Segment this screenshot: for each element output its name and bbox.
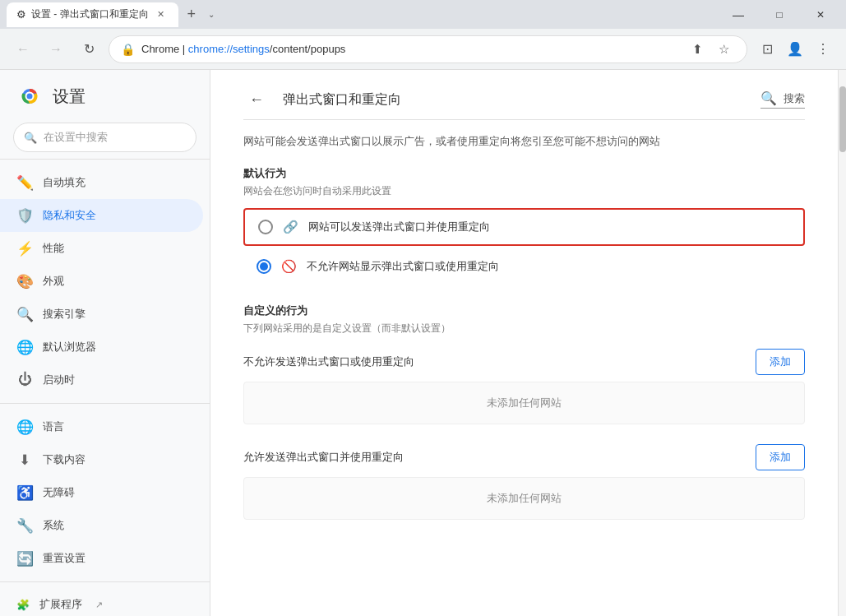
allow-popups-radio[interactable] [258, 220, 273, 234]
sidebar-label-downloads: 下载内容 [43, 452, 86, 467]
tab-title: 设置 - 弹出式窗口和重定向 [31, 7, 149, 21]
url-path: /content/popups [270, 43, 346, 55]
url-prefix: Chrome | [141, 43, 188, 55]
minimize-button[interactable]: — [719, 0, 757, 29]
sidebar-item-default-browser[interactable]: 🌐 默认浏览器 [0, 331, 203, 364]
content-inner: ← 弹出式窗口和重定向 🔍 搜索 网站可能会发送弹出式窗口以展示广告，或者使用重… [210, 70, 838, 556]
page-search-icon: 🔍 [760, 90, 777, 106]
allow-popups-label: 网站可以发送弹出式窗口并使用重定向 [308, 220, 490, 234]
sidebar-item-search[interactable]: 🔍 搜索引擎 [0, 298, 203, 331]
profile-button[interactable]: 👤 [782, 36, 808, 63]
sidebar-label-autofill: 自动填充 [43, 175, 86, 190]
extensions-icon: 🧩 [16, 599, 30, 611]
allow-section-header: 允许发送弹出式窗口并使用重定向 添加 [243, 444, 805, 470]
split-tab-button[interactable]: ⊡ [754, 36, 780, 63]
block-popups-option[interactable]: 🚫 不允许网站显示弹出式窗口或使用重定向 [243, 249, 805, 284]
titlebar: ⚙ 设置 - 弹出式窗口和重定向 ✕ + ⌄ — □ ✕ [0, 0, 846, 29]
tab-strip-chevron[interactable]: ⌄ [203, 0, 220, 29]
sidebar-item-autofill[interactable]: ✏️ 自动填充 [0, 166, 203, 199]
system-icon: 🔧 [16, 517, 33, 534]
sidebar-label-appearance: 外观 [43, 274, 64, 289]
scrollbar-thumb[interactable] [839, 86, 846, 152]
url-domain: chrome://settings [188, 43, 270, 55]
sidebar-item-system[interactable]: 🔧 系统 [0, 509, 203, 542]
sidebar-search-icon: 🔍 [24, 132, 37, 144]
page-header: ← 弹出式窗口和重定向 🔍 搜索 [243, 86, 805, 120]
content-back-button[interactable]: ← [243, 86, 270, 113]
sidebar-item-reset[interactable]: 🔄 重置设置 [0, 542, 203, 575]
accessibility-icon: ♿ [16, 484, 33, 501]
page-title: 弹出式窗口和重定向 [283, 91, 747, 109]
language-icon: 🌐 [16, 419, 33, 435]
sidebar-label-accessibility: 无障碍 [43, 485, 75, 500]
page-search-label: 搜索 [784, 91, 805, 106]
security-icon: 🔒 [121, 43, 135, 56]
block-section-title: 不允许发送弹出式窗口或使用重定向 [243, 354, 414, 369]
block-empty-message: 未添加任何网站 [243, 382, 805, 424]
forward-button[interactable]: → [43, 36, 69, 63]
sidebar-label-startup: 启动时 [43, 373, 75, 387]
sidebar-item-performance[interactable]: ⚡ 性能 [0, 232, 203, 265]
downloads-icon: ⬇ [16, 452, 33, 468]
close-button[interactable]: ✕ [802, 0, 839, 29]
back-button[interactable]: ← [10, 36, 36, 63]
sidebar-label-extensions: 扩展程序 [39, 597, 82, 612]
sidebar-item-startup[interactable]: ⏻ 启动时 [0, 364, 203, 396]
sidebar-label-search: 搜索引擎 [43, 307, 86, 322]
bookmark-button[interactable]: ☆ [712, 38, 735, 61]
sidebar-item-extensions[interactable]: 🧩 扩展程序 ↗ [0, 589, 210, 616]
sidebar-label-performance: 性能 [43, 241, 64, 256]
tab-favicon: ⚙ [16, 8, 26, 21]
block-section: 不允许发送弹出式窗口或使用重定向 添加 未添加任何网站 [243, 349, 805, 424]
active-tab[interactable]: ⚙ 设置 - 弹出式窗口和重定向 ✕ [7, 2, 178, 27]
right-scrollbar[interactable] [838, 70, 846, 616]
search-engine-icon: 🔍 [16, 306, 33, 322]
url-actions: ⬆ ☆ [686, 38, 735, 61]
refresh-button[interactable]: ↻ [76, 36, 102, 63]
performance-icon: ⚡ [16, 240, 33, 257]
url-bar[interactable]: 🔒 Chrome | chrome://settings/content/pop… [109, 35, 747, 63]
allow-section: 允许发送弹出式窗口并使用重定向 添加 未添加任何网站 [243, 444, 805, 520]
block-add-button[interactable]: 添加 [756, 349, 805, 375]
sidebar-label-privacy: 隐私和安全 [43, 208, 96, 223]
appearance-icon: 🎨 [16, 273, 33, 289]
default-section-title: 默认行为 [243, 166, 805, 181]
sidebar-item-language[interactable]: 🌐 语言 [0, 410, 203, 443]
block-popups-radio[interactable] [257, 259, 271, 274]
default-section-sub: 网站会在您访问时自动采用此设置 [243, 184, 805, 198]
privacy-icon: 🛡️ [16, 207, 33, 224]
sidebar-label-reset: 重置设置 [43, 551, 86, 566]
sidebar: 设置 🔍 在设置中搜索 ✏️ 自动填充 🛡️ 隐私和安全 ⚡ 性能 🎨 外观 🔍… [0, 70, 210, 616]
allow-empty-message: 未添加任何网站 [243, 477, 805, 520]
allow-add-button[interactable]: 添加 [756, 444, 805, 470]
url-text: Chrome | chrome://settings/content/popup… [141, 43, 679, 55]
sidebar-item-accessibility[interactable]: ♿ 无障碍 [0, 476, 203, 509]
sidebar-search[interactable]: 🔍 在设置中搜索 [13, 123, 196, 152]
new-tab-button[interactable]: + [180, 3, 203, 26]
sidebar-search-placeholder: 在设置中搜索 [44, 130, 108, 145]
custom-section-title: 自定义的行为 [243, 303, 805, 318]
settings-title: 设置 [53, 86, 86, 108]
sidebar-divider-3 [0, 581, 210, 582]
sidebar-divider-1 [0, 159, 210, 160]
share-button[interactable]: ⬆ [686, 38, 709, 61]
tabs-container: ⚙ 设置 - 弹出式窗口和重定向 ✕ + ⌄ [7, 0, 220, 29]
svg-point-3 [27, 94, 33, 100]
maximize-button[interactable]: □ [760, 0, 798, 29]
browser-actions: ⊡ 👤 ⋮ [754, 36, 836, 63]
menu-button[interactable]: ⋮ [810, 36, 836, 63]
sidebar-item-privacy[interactable]: 🛡️ 隐私和安全 [0, 199, 203, 232]
external-link-icon: ↗ [95, 600, 103, 610]
main-layout: 设置 🔍 在设置中搜索 ✏️ 自动填充 🛡️ 隐私和安全 ⚡ 性能 🎨 外观 🔍… [0, 70, 846, 616]
addressbar: ← → ↻ 🔒 Chrome | chrome://settings/conte… [0, 29, 846, 70]
allow-popups-option[interactable]: 🔗 网站可以发送弹出式窗口并使用重定向 [243, 208, 805, 246]
sidebar-item-appearance[interactable]: 🎨 外观 [0, 265, 203, 298]
page-search[interactable]: 🔍 搜索 [760, 90, 805, 109]
tab-close-button[interactable]: ✕ [154, 7, 169, 22]
sidebar-item-downloads[interactable]: ⬇ 下载内容 [0, 443, 203, 476]
block-popups-label: 不允许网站显示弹出式窗口或使用重定向 [307, 259, 499, 274]
page-description: 网站可能会发送弹出式窗口以展示广告，或者使用重定向将您引至您可能不想访问的网站 [243, 133, 805, 150]
sidebar-label-language: 语言 [43, 419, 64, 434]
allow-section-title: 允许发送弹出式窗口并使用重定向 [243, 450, 404, 465]
sidebar-header: 设置 [0, 70, 210, 123]
